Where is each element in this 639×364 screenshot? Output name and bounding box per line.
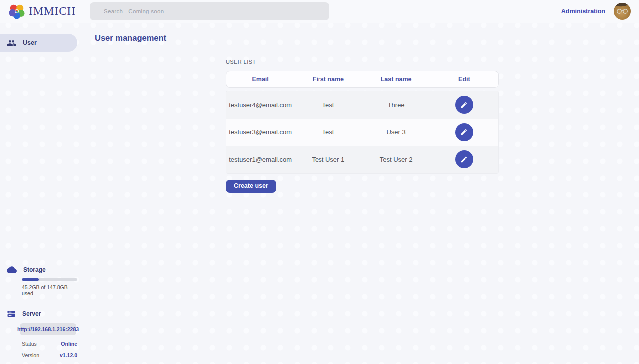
cell-last-name: Three — [362, 101, 430, 109]
administration-link[interactable]: Administration — [561, 8, 605, 15]
status-value: Online — [61, 341, 77, 347]
sidebar-status-panel: Storage 45.2GB of 147.8GB used — [0, 265, 85, 358]
status-label: Status — [22, 341, 37, 347]
column-header-edit: Edit — [430, 76, 498, 83]
search-input[interactable] — [90, 2, 329, 20]
sidebar-item-user[interactable]: User — [0, 34, 77, 52]
edit-user-button[interactable] — [455, 150, 473, 168]
user-avatar[interactable] — [614, 3, 631, 20]
version-label: Version — [22, 352, 39, 358]
app-header: IMMICH Administration — [0, 0, 639, 23]
server-title: Server — [22, 310, 41, 317]
sidebar-divider — [10, 303, 77, 303]
pencil-icon — [460, 128, 468, 136]
storage-progress-fill — [22, 278, 39, 281]
storage-title: Storage — [23, 266, 46, 273]
cell-email: testuser1@email.com — [226, 156, 294, 163]
users-group-icon — [7, 38, 16, 48]
column-header-email: Email — [226, 76, 294, 83]
column-header-first-name: First name — [294, 76, 362, 83]
server-icon — [7, 309, 16, 318]
server-url: http://192.168.1.216:2283 — [20, 323, 76, 335]
cell-email: testuser4@email.com — [226, 101, 294, 109]
version-value: v1.12.0 — [60, 352, 77, 358]
immich-flower-icon — [9, 3, 25, 19]
pencil-icon — [460, 101, 468, 109]
table-body: testuser4@email.com Test Three t — [226, 91, 499, 174]
column-header-last-name: Last name — [362, 76, 430, 83]
cell-email: testuser3@email.com — [226, 128, 294, 136]
storage-usage-text: 45.2GB of 147.8GB used — [22, 284, 77, 296]
page-title: User management — [95, 33, 166, 43]
table-row: testuser4@email.com Test Three — [226, 91, 498, 119]
edit-user-button[interactable] — [455, 123, 473, 141]
glasses-icon — [616, 8, 629, 14]
cell-last-name: User 3 — [362, 128, 430, 136]
table-row: testuser3@email.com Test User 3 — [226, 119, 498, 146]
server-status-row: Status Online — [22, 335, 77, 347]
storage-progress-bar — [22, 278, 77, 281]
table-row: testuser1@email.com Test User 1 Test Use… — [226, 146, 498, 173]
cell-last-name: Test User 2 — [362, 156, 430, 163]
app-logo[interactable]: IMMICH — [0, 3, 90, 19]
pencil-icon — [460, 156, 468, 163]
table-header-row: Email First name Last name Edit — [226, 71, 499, 88]
cell-first-name: Test User 1 — [294, 156, 362, 163]
cloud-icon — [7, 265, 17, 275]
cell-first-name: Test — [294, 128, 362, 136]
user-list-label: USER LIST — [226, 59, 639, 65]
cell-first-name: Test — [294, 101, 362, 109]
content-header: User management — [85, 23, 639, 53]
create-user-button[interactable]: Create user — [226, 180, 276, 193]
main-content: User management USER LIST Email First na… — [85, 23, 639, 364]
edit-user-button[interactable] — [455, 96, 473, 114]
user-table: Email First name Last name Edit testuser… — [226, 71, 499, 174]
server-version-row: Version v1.12.0 — [22, 347, 77, 358]
admin-sidebar: User Storage 45.2GB of 147.8GB used — [0, 23, 85, 364]
logo-wordmark: IMMICH — [29, 5, 76, 18]
sidebar-item-label: User — [23, 39, 37, 46]
